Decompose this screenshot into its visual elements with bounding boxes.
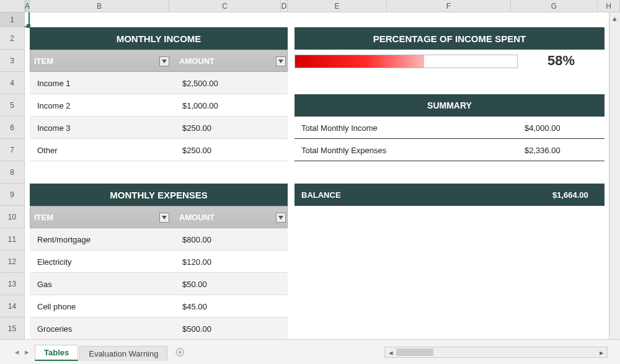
summary-title: SUMMARY — [294, 94, 604, 117]
row-header-4[interactable]: 4 — [0, 72, 24, 94]
percent-title: PERCENTAGE OF INCOME SPENT — [294, 27, 604, 50]
row-header-8[interactable]: 8 — [0, 161, 24, 184]
scroll-left-icon[interactable]: ◂ — [385, 347, 396, 357]
col-header-H[interactable]: H — [598, 0, 620, 12]
expense-item-amount: $120.00 — [179, 251, 215, 273]
income-table-header: ITEM AMOUNT — [30, 50, 288, 72]
expenses-header-item: ITEM — [34, 213, 53, 222]
income-item-label: Income 1 — [33, 72, 74, 94]
col-header-F[interactable]: F — [387, 0, 511, 12]
percent-value: 58% — [521, 50, 601, 72]
filter-button[interactable] — [159, 56, 169, 66]
percent-progress — [294, 55, 518, 68]
row-header-10[interactable]: 10 — [0, 206, 24, 228]
income-item-amount: $2,500.00 — [179, 72, 222, 94]
table-row[interactable] — [30, 273, 288, 295]
row-header-6[interactable]: 6 — [0, 117, 24, 139]
balance-label: BALANCE — [298, 184, 345, 206]
expense-item-amount: $45.00 — [179, 295, 211, 317]
table-row[interactable] — [30, 139, 288, 161]
expense-item-amount: $800.00 — [179, 228, 215, 251]
filter-button[interactable] — [159, 213, 169, 223]
summary-label: Total Monthly Income — [298, 117, 381, 139]
grid[interactable]: MONTHLY INCOME ITEM AMOUNT Income 1 $2,5… — [25, 12, 620, 339]
col-header-D[interactable]: D — [281, 0, 288, 12]
scroll-track[interactable] — [396, 347, 596, 357]
income-item-label: Other — [33, 139, 61, 161]
expenses-header-amount: AMOUNT — [179, 213, 215, 222]
scroll-right-icon[interactable]: ▸ — [596, 347, 607, 357]
row-headers: 1 2 3 4 5 6 7 8 9 10 11 12 13 14 15 — [0, 12, 25, 339]
tab-nav: ◂ ▸ — [12, 347, 31, 358]
expense-item-label: Groceries — [33, 317, 76, 339]
income-item-label: Income 3 — [33, 117, 74, 139]
col-header-G[interactable]: G — [511, 0, 598, 12]
col-header-C[interactable]: C — [169, 0, 281, 12]
expenses-table-header: ITEM AMOUNT — [30, 206, 288, 228]
row-header-15[interactable]: 15 — [0, 317, 24, 340]
income-title: MONTHLY INCOME — [30, 27, 288, 50]
filter-button[interactable] — [276, 213, 286, 223]
income-item-label: Income 2 — [33, 94, 74, 117]
active-cell[interactable] — [25, 12, 30, 27]
col-header-B[interactable]: B — [30, 0, 169, 12]
row-header-3[interactable]: 3 — [0, 50, 24, 72]
sheet-tabs-bar: ◂ ▸ Tables Evaluation Warning ◂ ▸ — [0, 339, 620, 364]
tab-next-icon[interactable]: ▸ — [22, 347, 31, 358]
expense-item-label: Rent/mortgage — [33, 228, 94, 251]
summary-value: $2,336.00 — [521, 139, 564, 161]
row-header-12[interactable]: 12 — [0, 251, 24, 273]
tab-tables[interactable]: Tables — [35, 345, 78, 361]
add-sheet-button[interactable] — [172, 345, 187, 360]
column-headers: A B C D E F G H — [0, 0, 620, 12]
row-header-13[interactable]: 13 — [0, 273, 24, 295]
row-header-2[interactable]: 2 — [0, 27, 24, 50]
filter-button[interactable] — [276, 56, 286, 66]
plus-icon — [175, 348, 184, 357]
income-header-amount: AMOUNT — [179, 56, 215, 66]
expense-item-amount: $500.00 — [179, 317, 215, 339]
horizontal-scrollbar[interactable]: ◂ ▸ — [384, 347, 608, 358]
percent-progress-fill — [295, 55, 424, 68]
row-header-7[interactable]: 7 — [0, 139, 24, 161]
expenses-title: MONTHLY EXPENSES — [30, 184, 288, 206]
row-header-11[interactable]: 11 — [0, 228, 24, 251]
row-header-5[interactable]: 5 — [0, 94, 24, 117]
tab-prev-icon[interactable]: ◂ — [12, 347, 21, 358]
sheet-tabs: Tables Evaluation Warning — [35, 344, 169, 361]
select-all-corner[interactable] — [0, 0, 25, 12]
tab-evaluation-warning[interactable]: Evaluation Warning — [79, 346, 167, 361]
spreadsheet: A B C D E F G H 1 2 3 4 5 6 7 8 9 10 11 … — [0, 0, 620, 364]
income-item-amount: $1,000.00 — [179, 94, 222, 117]
col-header-E[interactable]: E — [288, 0, 387, 12]
income-item-amount: $250.00 — [179, 139, 215, 161]
row-header-14[interactable]: 14 — [0, 295, 24, 317]
expense-item-label: Electricity — [33, 251, 76, 273]
expense-item-label: Cell phone — [33, 295, 79, 317]
row-header-9[interactable]: 9 — [0, 184, 24, 206]
income-header-item: ITEM — [34, 56, 53, 66]
income-item-amount: $250.00 — [179, 117, 215, 139]
scroll-up-icon[interactable]: ▴ — [609, 12, 620, 24]
summary-label: Total Monthly Expenses — [298, 139, 390, 161]
summary-value: $4,000.00 — [521, 117, 564, 139]
row-header-1[interactable]: 1 — [0, 12, 24, 27]
expense-item-label: Gas — [33, 273, 56, 295]
balance-value: $1,664.00 — [549, 184, 592, 206]
expense-item-amount: $50.00 — [179, 273, 211, 295]
vertical-scrollbar[interactable]: ▴ — [609, 12, 620, 339]
col-header-A[interactable]: A — [25, 0, 30, 12]
scroll-thumb[interactable] — [396, 348, 433, 356]
